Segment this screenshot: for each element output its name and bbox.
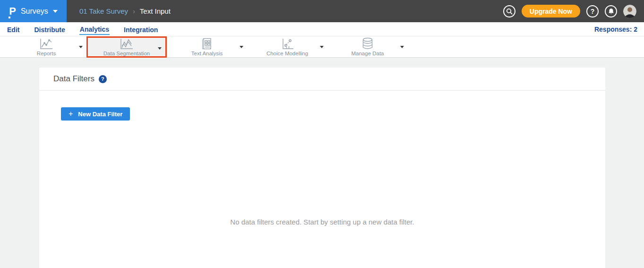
plus-icon: +	[69, 110, 73, 118]
chevron-down-icon[interactable]	[320, 46, 324, 48]
analytics-toolbar: Reports Data Segmentation Text Analysis	[0, 36, 644, 58]
search-button[interactable]	[503, 5, 515, 17]
tab-distribute[interactable]: Distribute	[34, 24, 65, 35]
surveys-product-menu[interactable]: P Surveys	[0, 0, 67, 22]
breadcrumb: 01 Take Survey › Text Input	[79, 7, 171, 15]
toolbar-item-label: Manage Data	[351, 51, 384, 56]
breadcrumb-separator-icon: ›	[133, 8, 135, 15]
survey-nav: Edit Distribute Analytics Integration Re…	[0, 22, 644, 36]
search-icon	[506, 8, 513, 15]
toolbar-item-choice-modelling[interactable]: Choice Modelling	[247, 36, 327, 58]
notifications-button[interactable]	[605, 5, 617, 17]
content-area: Data Filters ? + New Data Filter No data…	[0, 58, 644, 268]
database-icon	[361, 38, 374, 50]
tab-analytics[interactable]: Analytics	[79, 24, 110, 35]
toolbar-item-label: Choice Modelling	[266, 51, 308, 56]
toolbar-item-label: Data Segmentation	[103, 51, 150, 56]
toolbar-item-label: Reports	[37, 51, 56, 56]
chevron-down-icon[interactable]	[400, 46, 404, 48]
empty-state-message: No data filters created. Start by settin…	[39, 218, 605, 226]
data-filters-help-icon[interactable]: ?	[99, 75, 107, 83]
toolbar-item-manage-data[interactable]: Manage Data	[327, 36, 408, 58]
line-chart-icon	[39, 38, 53, 50]
new-data-filter-button[interactable]: + New Data Filter	[61, 107, 130, 121]
chevron-down-icon[interactable]	[79, 46, 83, 48]
toolbar-item-reports[interactable]: Reports	[6, 36, 86, 58]
questionpro-logo-icon: P	[9, 6, 16, 17]
page-title: Data Filters	[53, 74, 94, 84]
question-mark-icon: ?	[591, 8, 595, 15]
help-button[interactable]: ?	[586, 5, 599, 17]
multi-line-chart-icon	[120, 38, 134, 50]
bell-icon	[608, 8, 614, 15]
card-header: Data Filters ?	[39, 68, 605, 91]
avatar-photo	[623, 5, 636, 18]
header-actions: Upgrade Now ?	[503, 5, 636, 18]
toolbar-item-label: Text Analysis	[191, 51, 223, 56]
breadcrumb-current-page: Text Input	[140, 7, 171, 15]
breadcrumb-survey-link[interactable]: 01 Take Survey	[79, 7, 128, 15]
user-avatar[interactable]	[623, 5, 636, 18]
chevron-down-icon	[53, 10, 58, 13]
responses-count[interactable]: Responses: 2	[594, 26, 637, 33]
new-data-filter-label: New Data Filter	[78, 111, 122, 118]
data-filters-card: Data Filters ? + New Data Filter No data…	[39, 68, 605, 268]
document-grid-icon	[200, 38, 214, 50]
upgrade-now-button[interactable]: Upgrade Now	[522, 5, 580, 17]
toolbar-item-data-segmentation[interactable]: Data Segmentation	[86, 36, 167, 58]
chevron-down-icon[interactable]	[158, 47, 162, 50]
toolbar-item-text-analysis[interactable]: Text Analysis	[167, 36, 247, 58]
tab-edit[interactable]: Edit	[7, 24, 20, 35]
top-header: P Surveys 01 Take Survey › Text Input Up…	[0, 0, 644, 22]
tab-integration[interactable]: Integration	[123, 24, 158, 35]
scatter-chart-icon	[280, 38, 294, 50]
product-name: Surveys	[21, 7, 48, 16]
chevron-down-icon[interactable]	[240, 46, 243, 48]
